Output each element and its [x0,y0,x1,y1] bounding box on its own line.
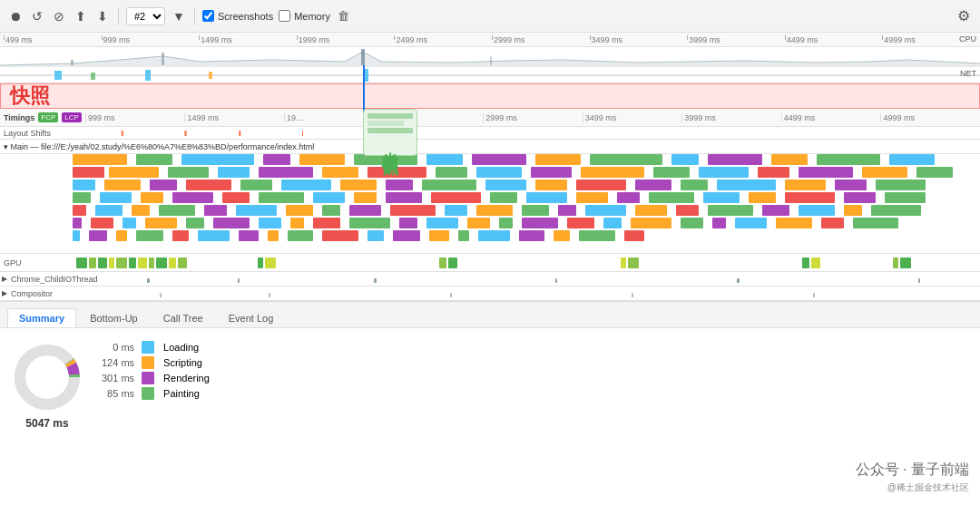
legend-rendering-time: 301 ms [102,373,134,384]
watermark-sub: @稀土掘金技术社区 [887,481,969,494]
svg-rect-89 [204,205,227,216]
svg-rect-54 [386,180,413,190]
legend-loading-time: 0 ms [102,342,134,353]
legend-painting-name: Painting [163,388,210,399]
svg-rect-84 [885,192,926,203]
svg-rect-93 [349,205,381,216]
svg-rect-46 [916,167,953,178]
dropdown-arrow-icon[interactable]: ▼ [171,8,187,24]
svg-rect-32 [168,167,209,178]
timeline-container: 499 ms 999 ms 1499 ms 1999 ms 2499 ms 29… [0,33,980,301]
iothread-expand-icon[interactable]: ▶ [2,275,7,283]
svg-rect-61 [717,180,776,190]
tab-summary[interactable]: Summary [7,308,76,327]
svg-rect-26 [708,154,762,165]
tab-bottom-up[interactable]: Bottom-Up [78,308,150,327]
legend-rendering-swatch [142,372,154,384]
svg-rect-43 [758,167,789,178]
delete-icon[interactable]: 🗑 [336,8,352,24]
flame-chart-area[interactable] [0,154,980,254]
svg-rect-17 [181,154,254,165]
clear-button[interactable]: ⊘ [51,8,67,24]
svg-rect-99 [585,205,626,216]
svg-rect-45 [862,167,907,178]
svg-rect-145 [478,230,510,241]
svg-rect-101 [676,205,699,216]
timings-row: Timings FCP LCP 999 ms 1499 ms 19… 2499 … [0,109,980,127]
legend-scripting-time: 124 ms [102,357,134,368]
tab-event-log[interactable]: Event Log [217,308,286,327]
svg-rect-87 [132,205,150,216]
memory-checkbox[interactable] [279,10,290,22]
svg-rect-77 [576,192,608,203]
profile-select[interactable]: #2 [126,7,165,25]
svg-rect-124 [631,218,671,228]
tick-5: 2999 ms [492,35,590,44]
svg-rect-64 [876,180,926,190]
screenshots-label: Screenshots [218,11,273,22]
svg-rect-162 [265,257,276,268]
svg-rect-49 [150,180,177,190]
cpu-sparkline [0,47,980,67]
reload-button[interactable]: ↺ [29,8,45,24]
svg-rect-13 [302,131,303,136]
svg-rect-102 [708,205,753,216]
svg-rect-175 [737,278,740,283]
svg-rect-111 [186,218,204,228]
main-thread-row: ▾ Main — file:///E:/yeah/02.study/%E6%80… [0,140,980,154]
svg-rect-55 [422,180,476,190]
svg-rect-156 [138,257,147,268]
svg-rect-66 [100,192,132,203]
svg-rect-21 [426,154,463,165]
svg-rect-3 [490,56,492,65]
svg-rect-142 [393,230,420,241]
svg-rect-81 [749,192,776,203]
svg-rect-18 [263,154,290,165]
screenshots-checkbox[interactable] [202,10,214,22]
t-tick-6: 3999 ms [681,113,781,122]
svg-rect-67 [141,192,163,203]
compositor-expand-icon[interactable]: ▶ [2,289,7,297]
svg-rect-35 [322,167,358,178]
svg-rect-48 [104,180,141,190]
download-button[interactable]: ⬇ [94,8,111,24]
legend-container: 0 ms Loading 124 ms Scripting 301 ms Ren… [102,341,210,400]
legend-loading-swatch [142,341,154,354]
memory-label: Memory [294,11,330,22]
svg-rect-151 [89,257,96,268]
svg-rect-34 [259,167,313,178]
svg-rect-152 [98,257,107,268]
annotation-popup: 当前帧快照 [363,109,417,156]
svg-rect-7 [145,70,151,81]
settings-icon[interactable]: ⚙ [955,7,973,25]
annotation-bar-2 [368,121,404,126]
svg-rect-160 [178,257,187,268]
svg-rect-120 [499,218,513,228]
tick-6: 3499 ms [590,35,688,44]
upload-button[interactable]: ⬆ [73,8,89,24]
tab-call-tree[interactable]: Call Tree [152,308,215,327]
svg-rect-113 [259,218,281,228]
svg-rect-135 [172,230,189,241]
svg-rect-110 [145,218,177,228]
watermark: 公众号 · 量子前端 @稀土掘金技术社区 [856,461,969,494]
svg-rect-127 [735,218,767,228]
svg-rect-149 [624,230,644,241]
svg-rect-129 [821,218,844,228]
svg-rect-176 [918,278,920,283]
tick-0: 499 ms [4,35,102,44]
tick-2: 1499 ms [199,35,297,44]
svg-rect-72 [354,192,377,203]
svg-rect-28 [817,154,880,165]
svg-rect-10 [122,131,123,136]
summary-tabs: Summary Bottom-Up Call Tree Event Log [0,301,980,328]
gpu-row: GPU [0,254,980,272]
net-label: NET [960,69,976,78]
svg-rect-181 [813,293,815,297]
record-button[interactable]: ⏺ [7,8,24,24]
ruler-labels: 499 ms 999 ms 1499 ms 1999 ms 2499 ms 29… [0,35,980,44]
svg-rect-31 [109,167,159,178]
tick-3: 1999 ms [297,35,395,44]
svg-rect-41 [653,167,690,178]
chrome-child-iothread-row: ▶ Chrome_ChildIOThread [0,272,980,286]
